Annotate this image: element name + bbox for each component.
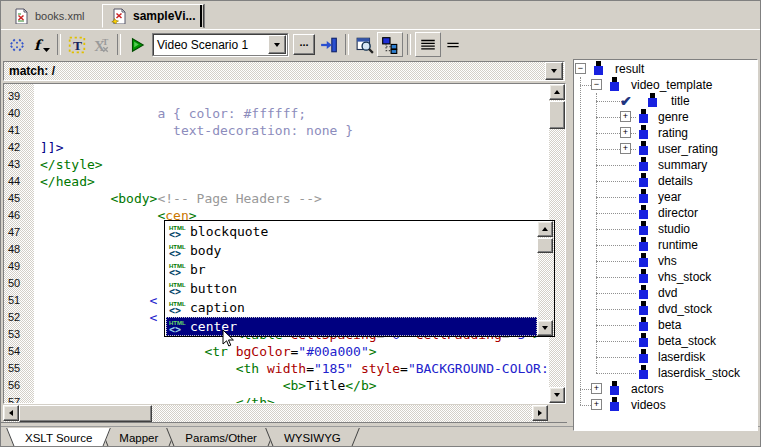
tree-expand-button[interactable]: + [620, 111, 631, 122]
svg-text:T: T [102, 37, 108, 47]
tree-node-label[interactable]: vhs_stock [658, 269, 711, 285]
code-line[interactable]: text-decoration: none } [40, 122, 353, 139]
code-line[interactable]: < [40, 309, 157, 326]
scroll-left-button[interactable] [3, 405, 19, 421]
tree-collapse-button[interactable]: − [591, 79, 602, 90]
view-tab-xslt-source[interactable]: XSLT Source [7, 428, 110, 447]
scroll-up-button[interactable] [549, 84, 565, 100]
tree-expand-button[interactable]: + [620, 127, 631, 138]
scroll-down-button[interactable] [537, 320, 553, 336]
code-token-tag: <th [236, 361, 267, 376]
tree-node-label[interactable]: laserdisk [658, 349, 705, 365]
tree-node-label[interactable]: director [658, 205, 698, 221]
tree-node-label[interactable]: year [658, 189, 681, 205]
element-node-icon [638, 365, 651, 380]
element-node-icon [638, 173, 651, 188]
autocomplete-item[interactable]: HTML<>blockquote [166, 222, 537, 241]
view-tab-label: Params/Other [185, 432, 257, 444]
tree-connector [580, 85, 591, 86]
tree-node-label[interactable]: details [658, 173, 693, 189]
element-node-icon [638, 237, 651, 252]
run-transformation-button[interactable] [125, 33, 149, 56]
view-tab-params-other[interactable]: Params/Other [167, 428, 275, 447]
schema-tree-toggle-button[interactable] [377, 32, 403, 57]
function-dropdown-button[interactable]: f [29, 33, 53, 56]
text-region-button[interactable]: T [65, 33, 89, 56]
element-node-icon [638, 269, 651, 284]
tree-expand-button[interactable]: + [620, 143, 631, 154]
code-line[interactable]: </style> [40, 156, 103, 173]
view-tab-label: XSLT Source [25, 432, 92, 444]
view-tab-wysiwyg[interactable]: WYSIWYG [266, 428, 359, 447]
line-number: 50 [8, 275, 20, 292]
line-number: 54 [8, 343, 20, 360]
code-line[interactable]: <tr bgColor="#00a000"> [40, 343, 377, 360]
tree-node-label[interactable]: runtime [658, 237, 698, 253]
vertical-scroll-thumb[interactable] [549, 101, 565, 129]
autocomplete-item-label: br [188, 262, 206, 277]
tree-node-label[interactable]: laserdisk_stock [658, 365, 740, 381]
scenario-combobox-dropdown-button[interactable] [268, 35, 286, 54]
match-combobox[interactable]: match: / [3, 61, 565, 81]
tree-node-label[interactable]: actors [631, 381, 664, 397]
autocomplete-item[interactable]: HTML<>caption [166, 298, 537, 317]
tree-node-label[interactable]: vhs [658, 253, 677, 269]
code-line[interactable]: a { color: #ffffff; [40, 105, 306, 122]
schema-tree-panel[interactable]: −result−video_template✔title+genre+ratin… [573, 59, 758, 431]
autocomplete-item[interactable]: HTML<>body [166, 241, 537, 260]
code-line[interactable]: <body><!-- Page Headers --> [40, 190, 322, 207]
autocomplete-item[interactable]: HTML<>br [166, 260, 537, 279]
xslt-edit-button[interactable] [5, 33, 29, 56]
code-line[interactable]: <b>Title</b> [40, 377, 377, 394]
code-token-plain: = [400, 361, 408, 376]
tree-node-label[interactable]: summary [658, 157, 707, 173]
autocomplete-item[interactable]: HTML<>button [166, 279, 537, 298]
scroll-down-button[interactable] [549, 387, 565, 403]
align-lines-button[interactable] [415, 32, 441, 57]
horizontal-scroll-thumb[interactable] [19, 405, 152, 422]
code-line[interactable]: <th width="185" style="BACKGROUND-COLOR:… [40, 360, 548, 377]
scenario-combobox[interactable]: Video Scenario 1 [152, 33, 288, 56]
scenario-browse-button[interactable]: ... [293, 34, 315, 55]
tree-node-label[interactable]: result [615, 61, 644, 77]
tree-node-label[interactable]: title [671, 93, 690, 109]
tree-collapse-button[interactable]: − [575, 63, 586, 74]
doc-tab-samplevideo[interactable]: sampleVi... [102, 4, 204, 28]
element-glyph: <> [169, 326, 181, 334]
code-line[interactable]: </th> [40, 394, 275, 403]
tree-node-label[interactable]: genre [658, 109, 689, 125]
tree-node-label[interactable]: beta_stock [658, 333, 716, 349]
text-region-icon: T [68, 36, 86, 54]
preview-window-button[interactable] [353, 33, 377, 56]
line-number: 41 [8, 122, 20, 139]
tree-node-label[interactable]: videos [631, 397, 666, 413]
tree-node-label[interactable]: user_rating [658, 141, 718, 157]
scroll-up-button[interactable] [537, 221, 553, 237]
tree-node-label[interactable]: rating [658, 125, 688, 141]
code-token-tag: </head> [40, 174, 95, 189]
view-tab-mapper[interactable]: Mapper [101, 428, 176, 447]
match-combobox-dropdown-button[interactable] [545, 62, 563, 80]
doc-tab-books-xml[interactable]: books.xml [5, 4, 93, 28]
scroll-right-button[interactable] [532, 405, 548, 421]
tree-expand-button[interactable]: + [591, 399, 602, 410]
tree-expand-button[interactable]: + [591, 383, 602, 394]
html-element-icon: HTML<> [166, 300, 188, 316]
editor-horizontal-scrollbar[interactable] [3, 405, 548, 422]
code-token-attr: width [267, 361, 306, 376]
xml-document-modified-icon [111, 8, 127, 24]
html-element-icon: HTML<> [166, 243, 188, 259]
popup-scroll-thumb[interactable] [537, 238, 553, 253]
tree-node-label[interactable]: dvd [658, 285, 677, 301]
goto-definition-button[interactable] [317, 33, 341, 56]
popup-scrollbar[interactable] [538, 221, 554, 336]
tree-node-label[interactable]: dvd_stock [658, 301, 712, 317]
tree-node-label[interactable]: beta [658, 317, 681, 333]
tree-node-label[interactable]: studio [658, 221, 690, 237]
code-line[interactable]: </head> [40, 173, 95, 190]
align-lines-small-button[interactable] [441, 33, 465, 56]
element-icon-part [639, 306, 648, 315]
code-line[interactable]: < [40, 292, 157, 309]
tree-node-label[interactable]: video_template [631, 77, 712, 93]
code-line[interactable]: ]]> [40, 139, 63, 156]
